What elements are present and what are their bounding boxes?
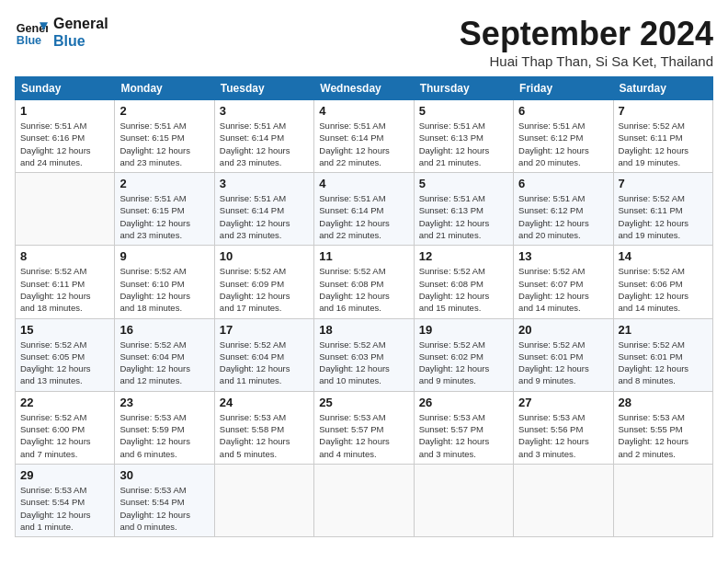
table-row: 9Sunrise: 5:52 AM Sunset: 6:10 PM Daylig… <box>115 246 214 318</box>
day-info: Sunrise: 5:52 AM Sunset: 6:08 PM Dayligh… <box>319 265 408 314</box>
day-number: 6 <box>518 177 608 190</box>
day-info: Sunrise: 5:52 AM Sunset: 6:09 PM Dayligh… <box>220 265 309 314</box>
table-row: 20Sunrise: 5:52 AM Sunset: 6:01 PM Dayli… <box>514 318 613 391</box>
day-info: Sunrise: 5:52 AM Sunset: 6:04 PM Dayligh… <box>119 339 209 387</box>
day-info: Sunrise: 5:52 AM Sunset: 6:08 PM Dayligh… <box>419 265 508 314</box>
table-row <box>16 173 115 246</box>
day-number: 4 <box>319 104 408 118</box>
calendar-week-row: 8Sunrise: 5:52 AM Sunset: 6:11 PM Daylig… <box>16 246 713 318</box>
calendar-week-row: 2Sunrise: 5:51 AM Sunset: 6:15 PM Daylig… <box>16 173 713 246</box>
day-number: 22 <box>20 396 109 409</box>
table-row: 23Sunrise: 5:53 AM Sunset: 5:59 PM Dayli… <box>115 391 214 464</box>
table-row: 29Sunrise: 5:53 AM Sunset: 5:54 PM Dayli… <box>16 464 115 536</box>
day-info: Sunrise: 5:51 AM Sunset: 6:13 PM Dayligh… <box>419 192 508 241</box>
logo-line2: Blue <box>53 32 108 50</box>
location-title: Huai Thap Than, Si Sa Ket, Thailand <box>460 53 713 69</box>
day-number: 14 <box>619 249 708 263</box>
day-info: Sunrise: 5:53 AM Sunset: 5:59 PM Dayligh… <box>119 411 209 460</box>
day-info: Sunrise: 5:52 AM Sunset: 6:04 PM Dayligh… <box>220 339 309 387</box>
day-info: Sunrise: 5:51 AM Sunset: 6:14 PM Dayligh… <box>220 120 309 168</box>
table-row: 3Sunrise: 5:51 AM Sunset: 6:14 PM Daylig… <box>214 100 313 173</box>
logo-line1: General <box>53 15 108 32</box>
table-row: 14Sunrise: 5:52 AM Sunset: 6:06 PM Dayli… <box>613 246 712 318</box>
day-info: Sunrise: 5:52 AM Sunset: 6:11 PM Dayligh… <box>619 120 708 168</box>
day-number: 2 <box>119 104 209 118</box>
day-number: 2 <box>119 177 209 190</box>
day-number: 5 <box>419 104 508 118</box>
table-row: 12Sunrise: 5:52 AM Sunset: 6:08 PM Dayli… <box>414 246 513 318</box>
logo: General Blue General Blue <box>15 15 108 50</box>
table-row: 11Sunrise: 5:52 AM Sunset: 6:08 PM Dayli… <box>314 246 414 318</box>
table-row: 21Sunrise: 5:52 AM Sunset: 6:01 PM Dayli… <box>613 318 712 391</box>
day-info: Sunrise: 5:52 AM Sunset: 6:00 PM Dayligh… <box>20 411 109 460</box>
day-info: Sunrise: 5:52 AM Sunset: 6:07 PM Dayligh… <box>518 265 608 314</box>
day-number: 30 <box>119 468 209 482</box>
table-row: 6Sunrise: 5:51 AM Sunset: 6:12 PM Daylig… <box>514 173 613 246</box>
day-number: 6 <box>518 104 608 118</box>
day-number: 7 <box>619 104 708 118</box>
table-row: 10Sunrise: 5:52 AM Sunset: 6:09 PM Dayli… <box>214 246 313 318</box>
table-row: 7Sunrise: 5:52 AM Sunset: 6:11 PM Daylig… <box>613 173 712 246</box>
day-number: 29 <box>20 468 109 482</box>
day-number: 16 <box>119 323 209 337</box>
day-number: 20 <box>518 323 608 337</box>
table-row: 30Sunrise: 5:53 AM Sunset: 5:54 PM Dayli… <box>115 464 214 536</box>
calendar-week-row: 29Sunrise: 5:53 AM Sunset: 5:54 PM Dayli… <box>16 464 713 536</box>
table-row: 25Sunrise: 5:53 AM Sunset: 5:57 PM Dayli… <box>314 391 414 464</box>
day-info: Sunrise: 5:51 AM Sunset: 6:16 PM Dayligh… <box>20 120 109 168</box>
day-number: 3 <box>220 104 309 118</box>
day-number: 1 <box>20 104 109 118</box>
table-row: 27Sunrise: 5:53 AM Sunset: 5:56 PM Dayli… <box>514 391 613 464</box>
table-row: 2Sunrise: 5:51 AM Sunset: 6:15 PM Daylig… <box>115 173 214 246</box>
calendar-header-row: Sunday Monday Tuesday Wednesday Thursday… <box>16 77 713 100</box>
title-area: September 2024 Huai Thap Than, Si Sa Ket… <box>460 15 713 69</box>
logo-icon: General Blue <box>15 16 48 49</box>
table-row <box>414 464 513 536</box>
calendar-week-row: 1Sunrise: 5:51 AM Sunset: 6:16 PM Daylig… <box>16 100 713 173</box>
col-saturday: Saturday <box>613 77 712 100</box>
day-number: 24 <box>220 396 309 409</box>
day-info: Sunrise: 5:51 AM Sunset: 6:14 PM Dayligh… <box>319 192 408 241</box>
day-number: 19 <box>419 323 508 337</box>
day-info: Sunrise: 5:51 AM Sunset: 6:14 PM Dayligh… <box>319 120 408 168</box>
table-row: 7Sunrise: 5:52 AM Sunset: 6:11 PM Daylig… <box>613 100 712 173</box>
col-monday: Monday <box>115 77 214 100</box>
day-info: Sunrise: 5:52 AM Sunset: 6:01 PM Dayligh… <box>619 339 708 387</box>
day-info: Sunrise: 5:52 AM Sunset: 6:10 PM Dayligh… <box>119 265 209 314</box>
table-row: 5Sunrise: 5:51 AM Sunset: 6:13 PM Daylig… <box>414 173 513 246</box>
day-number: 7 <box>619 177 708 190</box>
table-row: 24Sunrise: 5:53 AM Sunset: 5:58 PM Dayli… <box>214 391 313 464</box>
day-number: 18 <box>319 323 408 337</box>
table-row: 28Sunrise: 5:53 AM Sunset: 5:55 PM Dayli… <box>613 391 712 464</box>
day-number: 28 <box>619 396 708 409</box>
table-row: 18Sunrise: 5:52 AM Sunset: 6:03 PM Dayli… <box>314 318 414 391</box>
col-friday: Friday <box>514 77 613 100</box>
table-row: 19Sunrise: 5:52 AM Sunset: 6:02 PM Dayli… <box>414 318 513 391</box>
day-info: Sunrise: 5:53 AM Sunset: 5:57 PM Dayligh… <box>419 411 508 460</box>
day-info: Sunrise: 5:52 AM Sunset: 6:11 PM Dayligh… <box>20 265 109 314</box>
day-info: Sunrise: 5:51 AM Sunset: 6:13 PM Dayligh… <box>419 120 508 168</box>
table-row: 13Sunrise: 5:52 AM Sunset: 6:07 PM Dayli… <box>514 246 613 318</box>
calendar-table: Sunday Monday Tuesday Wednesday Thursday… <box>15 76 713 537</box>
day-info: Sunrise: 5:51 AM Sunset: 6:15 PM Dayligh… <box>119 120 209 168</box>
day-info: Sunrise: 5:52 AM Sunset: 6:03 PM Dayligh… <box>319 339 408 387</box>
table-row: 15Sunrise: 5:52 AM Sunset: 6:05 PM Dayli… <box>16 318 115 391</box>
day-number: 25 <box>319 396 408 409</box>
day-number: 9 <box>119 249 209 263</box>
table-row <box>214 464 313 536</box>
day-number: 21 <box>619 323 708 337</box>
table-row: 4Sunrise: 5:51 AM Sunset: 6:14 PM Daylig… <box>314 100 414 173</box>
day-number: 23 <box>119 396 209 409</box>
col-thursday: Thursday <box>414 77 513 100</box>
table-row <box>314 464 414 536</box>
table-row: 6Sunrise: 5:51 AM Sunset: 6:12 PM Daylig… <box>514 100 613 173</box>
day-info: Sunrise: 5:53 AM Sunset: 5:57 PM Dayligh… <box>319 411 408 460</box>
table-row: 26Sunrise: 5:53 AM Sunset: 5:57 PM Dayli… <box>414 391 513 464</box>
day-info: Sunrise: 5:51 AM Sunset: 6:15 PM Dayligh… <box>119 192 209 241</box>
day-info: Sunrise: 5:52 AM Sunset: 6:01 PM Dayligh… <box>518 339 608 387</box>
day-info: Sunrise: 5:53 AM Sunset: 5:54 PM Dayligh… <box>20 484 109 533</box>
day-number: 13 <box>518 249 608 263</box>
day-info: Sunrise: 5:52 AM Sunset: 6:02 PM Dayligh… <box>419 339 508 387</box>
day-number: 3 <box>220 177 309 190</box>
table-row <box>514 464 613 536</box>
